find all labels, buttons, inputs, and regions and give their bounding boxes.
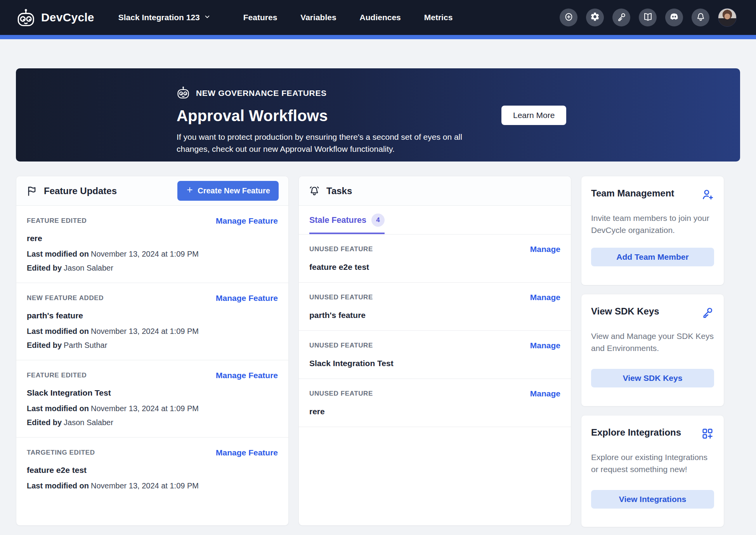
discord-button[interactable] — [665, 9, 683, 26]
flag-icon — [26, 185, 38, 197]
explore-integrations-title: Explore Integrations — [591, 427, 681, 438]
chevron-down-icon — [204, 13, 211, 22]
feature-update-entry: TARGETING EDITED Manage Feature feature … — [16, 438, 288, 500]
view-sdk-keys-button[interactable]: View SDK Keys — [591, 369, 714, 387]
tasks-bell-icon — [309, 185, 320, 197]
manage-feature-link[interactable]: Manage Feature — [216, 448, 278, 457]
user-avatar[interactable] — [718, 8, 737, 27]
nav-link-audiences[interactable]: Audiences — [360, 13, 401, 22]
banner-title: Approval Workflows — [177, 107, 479, 125]
settings-button[interactable] — [586, 9, 604, 26]
task-type-label: UNUSED FEATURE — [309, 245, 373, 253]
team-management-title: Team Management — [591, 188, 674, 199]
feature-update-entry: FEATURE EDITED Manage Feature Slack Inte… — [16, 360, 288, 438]
side-column: Team Management Invite team members to j… — [581, 176, 724, 527]
feature-updates-title: Feature Updates — [44, 186, 117, 196]
sdk-keys-button[interactable] — [612, 9, 630, 26]
team-management-description: Invite team members to join your DevCycl… — [591, 212, 714, 236]
task-feature-name: feature e2e test — [309, 262, 560, 272]
add-team-member-button[interactable]: Add Team Member — [591, 248, 714, 266]
tasks-card: Tasks Stale Features 4 UNUSED FEATURE Ma… — [298, 176, 571, 526]
banner-eyebrow: NEW GOVERNANCE FEATURES — [196, 89, 327, 98]
key-icon — [701, 306, 714, 321]
task-feature-name: Slack Integration Test — [309, 359, 560, 368]
manage-link[interactable]: Manage — [530, 389, 560, 398]
add-button[interactable] — [560, 9, 577, 26]
entry-type-label: NEW FEATURE ADDED — [27, 294, 104, 302]
plus-icon — [186, 186, 194, 196]
learn-more-button[interactable]: Learn More — [501, 106, 566, 125]
entry-feature-name: parth's feature — [27, 311, 278, 320]
devcycle-logo[interactable]: DevCycle — [16, 7, 94, 28]
task-item: UNUSED FEATURE Manage Slack Integration … — [299, 331, 571, 379]
entry-type-label: FEATURE EDITED — [27, 217, 87, 225]
feature-updates-card: Feature Updates Create New Feature FEATU… — [16, 176, 289, 526]
person-add-icon — [701, 188, 714, 203]
tab-stale-features[interactable]: Stale Features 4 — [309, 214, 385, 234]
task-type-label: UNUSED FEATURE — [309, 390, 373, 398]
tab-label: Stale Features — [309, 215, 366, 225]
notifications-button[interactable] — [692, 9, 709, 26]
explore-integrations-card: Explore Integrations Explore our existin… — [581, 415, 724, 527]
top-nav: DevCycle Slack Integration 123 Features … — [0, 0, 756, 35]
manage-link[interactable]: Manage — [530, 341, 560, 350]
devcycle-dashboard: DevCycle Slack Integration 123 Features … — [0, 0, 756, 535]
entry-edited-by: Edited byJason Salaber — [27, 418, 278, 427]
tasks-tab-row: Stale Features 4 — [299, 206, 571, 234]
entry-feature-name: rere — [27, 234, 278, 243]
manage-feature-link[interactable]: Manage Feature — [216, 371, 278, 380]
entry-edited-by: Edited byJason Salaber — [27, 264, 278, 273]
nav-actions — [560, 8, 737, 27]
view-integrations-button[interactable]: View Integrations — [591, 490, 714, 509]
team-management-card: Team Management Invite team members to j… — [581, 176, 724, 285]
discord-icon — [669, 11, 680, 24]
robot-icon — [177, 85, 191, 101]
bell-icon — [695, 12, 706, 24]
entry-last-modified: Last modified onNovember 13, 2024 at 1:0… — [27, 481, 278, 490]
task-feature-name: parth's feature — [309, 311, 560, 320]
entry-feature-name: Slack Integration Test — [27, 388, 278, 398]
tasks-title: Tasks — [326, 186, 352, 196]
manage-link[interactable]: Manage — [530, 293, 560, 302]
accent-bar — [0, 35, 756, 39]
devcycle-robot-icon — [16, 7, 36, 28]
book-icon — [643, 12, 653, 24]
entry-last-modified: Last modified onNovember 13, 2024 at 1:0… — [27, 404, 278, 413]
feature-update-entry: FEATURE EDITED Manage Feature rere Last … — [16, 206, 288, 283]
task-type-label: UNUSED FEATURE — [309, 342, 373, 349]
nav-links: Features Variables Audiences Metrics — [243, 13, 453, 22]
task-type-label: UNUSED FEATURE — [309, 294, 373, 301]
task-item: UNUSED FEATURE Manage parth's feature — [299, 283, 571, 331]
nav-link-features[interactable]: Features — [243, 13, 277, 22]
tab-count-badge: 4 — [371, 214, 385, 227]
task-item: UNUSED FEATURE Manage feature e2e test — [299, 234, 571, 283]
docs-button[interactable] — [639, 9, 657, 26]
view-sdk-keys-title: View SDK Keys — [591, 306, 659, 317]
entry-last-modified: Last modified onNovember 13, 2024 at 1:0… — [27, 250, 278, 259]
create-new-feature-button[interactable]: Create New Feature — [177, 181, 279, 201]
manage-feature-link[interactable]: Manage Feature — [216, 294, 278, 303]
entry-type-label: TARGETING EDITED — [27, 449, 95, 457]
entry-type-label: FEATURE EDITED — [27, 372, 87, 379]
feature-update-entry: NEW FEATURE ADDED Manage Feature parth's… — [16, 283, 288, 360]
view-sdk-keys-description: View and Manage your SDK Keys and Enviro… — [591, 330, 714, 354]
banner-description: If you want to protect production by ens… — [177, 131, 479, 155]
settings-gear-icon — [590, 12, 600, 23]
manage-feature-link[interactable]: Manage Feature — [216, 216, 278, 226]
entry-feature-name: feature e2e test — [27, 466, 278, 475]
nav-link-metrics[interactable]: Metrics — [424, 13, 453, 22]
task-item: UNUSED FEATURE Manage rere — [299, 379, 571, 427]
project-selector-label: Slack Integration 123 — [118, 13, 200, 22]
explore-integrations-description: Explore our existing Integrations or req… — [591, 451, 714, 475]
task-feature-name: rere — [309, 407, 560, 416]
brand-name: DevCycle — [41, 11, 94, 24]
manage-link[interactable]: Manage — [530, 245, 560, 254]
create-new-feature-label: Create New Feature — [198, 186, 270, 195]
key-icon — [616, 12, 627, 24]
nav-link-variables[interactable]: Variables — [300, 13, 336, 22]
add-icon — [564, 12, 574, 24]
project-selector[interactable]: Slack Integration 123 — [118, 13, 211, 22]
entry-last-modified: Last modified onNovember 13, 2024 at 1:0… — [27, 327, 278, 336]
view-sdk-keys-card: View SDK Keys View and Manage your SDK K… — [581, 294, 724, 406]
integrations-grid-plus-icon — [701, 427, 714, 442]
